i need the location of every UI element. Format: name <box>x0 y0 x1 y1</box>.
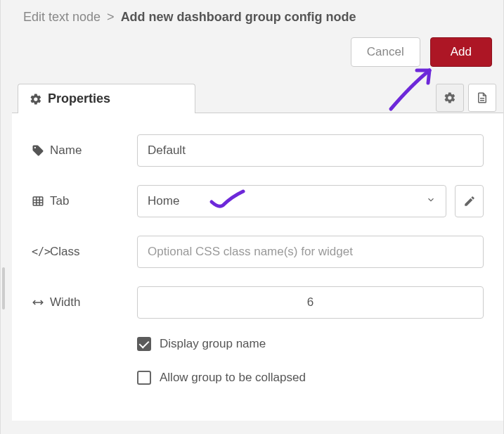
tab-select-value: Home <box>148 194 179 208</box>
svg-rect-2 <box>33 197 43 205</box>
display-group-name-label: Display group name <box>160 337 266 351</box>
allow-collapse-label: Allow group to be collapsed <box>160 371 306 385</box>
left-resize-rail[interactable] <box>1 0 6 434</box>
tab-properties[interactable]: Properties <box>18 84 195 113</box>
document-icon <box>476 91 489 104</box>
tab-select[interactable]: Home <box>137 185 446 217</box>
node-settings-button[interactable] <box>436 84 464 112</box>
pencil-icon <box>463 195 476 208</box>
cancel-button[interactable]: Cancel <box>351 37 420 67</box>
chevron-down-icon <box>426 194 436 208</box>
width-label: Width <box>32 295 137 309</box>
display-group-name-checkbox[interactable] <box>137 337 151 351</box>
chevron-right-icon: > <box>107 10 115 24</box>
table-icon <box>32 195 44 208</box>
breadcrumb-parent[interactable]: Edit text node <box>23 10 101 24</box>
allow-collapse-checkbox[interactable] <box>137 371 151 385</box>
breadcrumb-current: Add new dashboard group config node <box>121 10 356 24</box>
name-input[interactable] <box>137 134 484 167</box>
tab-label: Tab <box>32 194 137 208</box>
gear-icon <box>444 91 456 104</box>
width-input[interactable] <box>137 286 484 319</box>
edit-tab-button[interactable] <box>455 185 484 217</box>
tag-icon <box>32 144 44 157</box>
arrows-horizontal-icon <box>32 296 44 309</box>
gear-icon <box>30 93 42 106</box>
breadcrumb: Edit text node > Add new dashboard group… <box>12 0 503 37</box>
node-info-button[interactable] <box>468 84 496 112</box>
add-button[interactable]: Add <box>430 37 492 67</box>
code-icon: </> <box>32 245 44 258</box>
name-label: Name <box>32 143 137 158</box>
class-input[interactable] <box>137 236 484 268</box>
class-label: </> Class <box>32 245 137 259</box>
tab-properties-label: Properties <box>48 91 110 106</box>
